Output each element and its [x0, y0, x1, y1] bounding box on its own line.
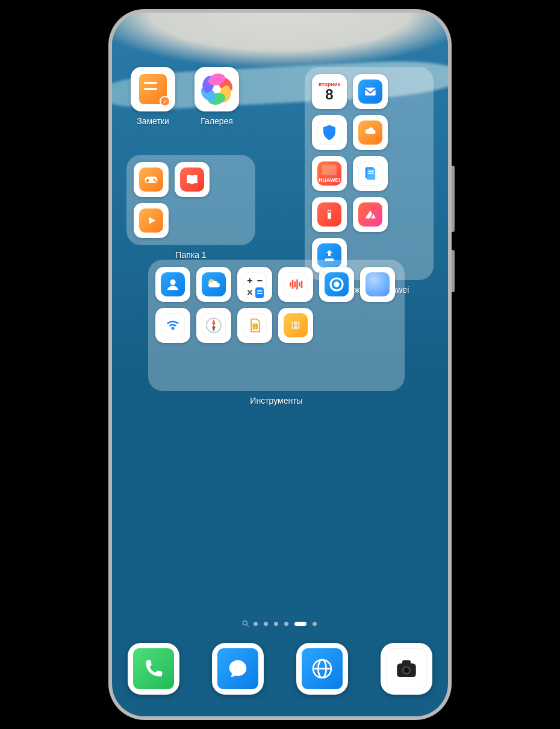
- sim2-icon[interactable]: [278, 308, 313, 343]
- svg-rect-35: [402, 660, 411, 665]
- folder-tools-wrap: + − × =: [148, 248, 405, 405]
- tips-icon[interactable]: [312, 197, 347, 232]
- page-dot[interactable]: [254, 622, 258, 626]
- video-icon[interactable]: [134, 203, 169, 238]
- svg-point-21: [335, 283, 338, 286]
- dock: [128, 643, 432, 695]
- page-dot[interactable]: [313, 622, 317, 626]
- gallery-icon: [194, 67, 239, 111]
- cloud-folder-icon[interactable]: [353, 115, 388, 150]
- mail-icon[interactable]: [353, 74, 388, 109]
- folder-tools-label: Инструменты: [250, 396, 302, 405]
- calendar-icon[interactable]: вторник 8: [312, 74, 347, 109]
- phone-icon[interactable]: [128, 643, 179, 695]
- svg-point-37: [404, 668, 409, 672]
- svg-point-6: [328, 211, 331, 213]
- svg-point-12: [170, 280, 175, 285]
- folder-small-wrap: Папка 1: [126, 155, 255, 260]
- svg-rect-9: [146, 180, 149, 181]
- svg-rect-0: [364, 87, 376, 96]
- folder-small[interactable]: [126, 155, 255, 245]
- folder-tools[interactable]: + − × =: [148, 260, 405, 391]
- messages-icon[interactable]: [212, 643, 264, 695]
- sim1-icon[interactable]: [237, 308, 272, 343]
- page-dot[interactable]: [274, 622, 278, 626]
- app-gallery[interactable]: Галерея: [190, 67, 243, 126]
- weather-icon[interactable]: [196, 267, 231, 302]
- shield-icon[interactable]: [312, 115, 347, 150]
- contacts-icon[interactable]: [155, 267, 190, 302]
- petal-icon[interactable]: [353, 197, 388, 232]
- documents-icon[interactable]: [353, 156, 388, 191]
- app-notes-label: Заметки: [137, 116, 169, 126]
- find-device-icon[interactable]: [319, 267, 354, 302]
- search-page-dot[interactable]: [243, 622, 247, 626]
- browser-icon[interactable]: [296, 643, 348, 695]
- svg-point-10: [153, 178, 155, 180]
- page-dot[interactable]: [284, 622, 288, 626]
- svg-rect-2: [367, 169, 375, 180]
- page-dot-active[interactable]: [294, 622, 306, 626]
- page-indicator[interactable]: [112, 622, 448, 626]
- app-gallery-label: Галерея: [201, 116, 233, 126]
- home-screen[interactable]: ✓ Заметки: [112, 13, 448, 716]
- remote-icon[interactable]: [155, 308, 190, 343]
- svg-rect-3: [369, 171, 374, 172]
- svg-rect-4: [369, 173, 374, 174]
- notes-icon: ✓: [131, 67, 175, 111]
- gamepad-icon[interactable]: [134, 162, 169, 197]
- compass-icon[interactable]: [196, 308, 231, 343]
- book-icon[interactable]: [175, 162, 210, 197]
- page-dot[interactable]: [264, 622, 268, 626]
- recorder-icon[interactable]: [278, 267, 313, 302]
- svg-point-11: [154, 180, 156, 182]
- huawei-store-icon[interactable]: HUAWEI: [312, 156, 347, 191]
- phone-frame: ✓ Заметки: [108, 9, 452, 720]
- calculator-icon[interactable]: + − × =: [237, 267, 272, 302]
- lens-icon[interactable]: [360, 267, 395, 302]
- camera-icon[interactable]: [381, 643, 432, 695]
- power-button[interactable]: [452, 250, 455, 292]
- app-notes[interactable]: ✓ Заметки: [126, 67, 179, 126]
- volume-button[interactable]: [452, 166, 455, 232]
